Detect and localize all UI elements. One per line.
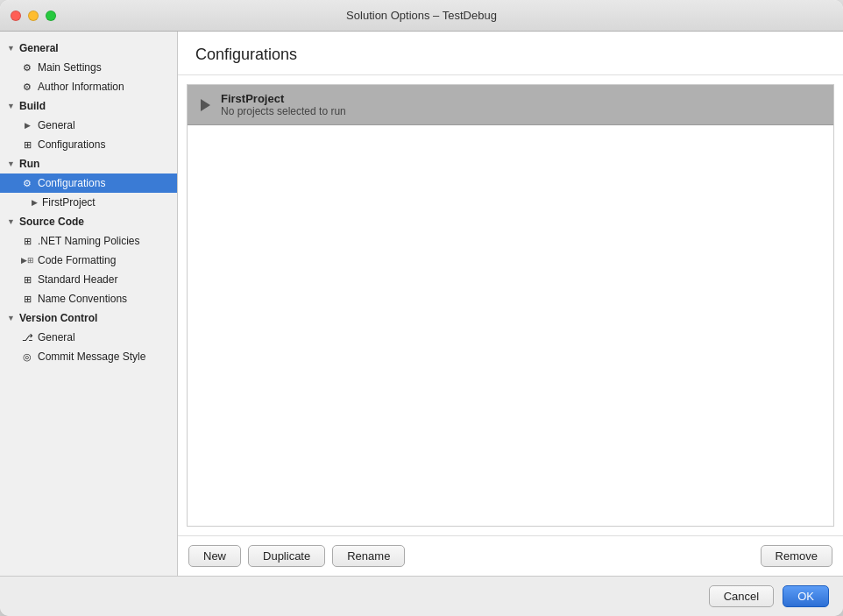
remove-button[interactable]: Remove: [761, 545, 832, 567]
sidebar-item-code-formatting-label: Code Formatting: [38, 254, 116, 266]
chevron-down-icon: ▼: [7, 159, 16, 168]
title-bar: Solution Options – TestDebug: [0, 0, 843, 32]
sidebar-item-build-general[interactable]: ▶ General: [0, 116, 177, 135]
ok-button[interactable]: OK: [783, 585, 829, 607]
sidebar-item-code-formatting[interactable]: ▶⊞ Code Formatting: [0, 251, 177, 270]
sidebar-section-run-label: Run: [19, 158, 39, 170]
grid-icon: [21, 273, 33, 286]
chevron-down-icon: ▼: [7, 102, 16, 110]
chevron-down-icon: ▼: [7, 44, 16, 53]
maximize-button[interactable]: [46, 11, 56, 21]
footer-buttons-right: Remove: [761, 545, 832, 567]
dialog-footer: Cancel OK: [0, 576, 843, 616]
window: Solution Options – TestDebug ▼ General M…: [0, 0, 843, 616]
sidebar-item-author-information-label: Author Information: [38, 81, 124, 93]
sidebar-item-build-configurations[interactable]: Configurations: [0, 135, 177, 154]
sidebar-item-run-configurations[interactable]: Configurations: [0, 173, 177, 193]
config-item-name: FirstProject: [221, 92, 346, 105]
main-body: FirstProject No projects selected to run: [178, 75, 843, 535]
branch-icon: [21, 331, 33, 343]
main-content: Configurations FirstProject No projects …: [178, 32, 843, 576]
sidebar-item-main-settings-label: Main Settings: [38, 61, 102, 74]
rename-button[interactable]: Rename: [332, 545, 405, 567]
duplicate-button[interactable]: Duplicate: [248, 545, 325, 567]
chevron-down-icon: ▼: [7, 217, 16, 226]
sidebar-section-run[interactable]: ▼ Run: [0, 154, 177, 173]
close-button[interactable]: [11, 11, 21, 21]
config-item-text: FirstProject No projects selected to run: [221, 92, 346, 117]
footer-buttons-left: New Duplicate Rename: [188, 545, 405, 567]
config-item-description: No projects selected to run: [221, 105, 346, 117]
sidebar-item-vc-general-label: General: [38, 331, 75, 343]
main-footer: New Duplicate Rename Remove: [178, 535, 843, 576]
grid-icon: [21, 235, 33, 247]
arrow-grid-icon: ▶⊞: [21, 254, 33, 266]
sidebar-section-general[interactable]: ▼ General: [0, 39, 177, 58]
cancel-button[interactable]: Cancel: [709, 585, 774, 607]
minimize-button[interactable]: [28, 11, 39, 21]
sidebar-item-commit-message-style-label: Commit Message Style: [38, 350, 145, 363]
window-title: Solution Options – TestDebug: [346, 9, 497, 22]
main-title: Configurations: [178, 32, 843, 75]
chevron-down-icon: ▼: [7, 314, 16, 322]
sidebar-item-naming-policies-label: .NET Naming Policies: [38, 235, 139, 247]
sidebar-section-build[interactable]: ▼ Build: [0, 96, 177, 116]
sidebar-item-build-configurations-label: Configurations: [38, 138, 105, 151]
sidebar-section-build-label: Build: [19, 100, 46, 112]
traffic-lights: [11, 11, 56, 21]
sidebar-item-run-firstproject-label: FirstProject: [42, 196, 96, 209]
config-list: FirstProject No projects selected to run: [187, 84, 834, 527]
sidebar: ▼ General Main Settings Author Informati…: [0, 32, 178, 576]
sidebar-item-commit-message-style[interactable]: Commit Message Style: [0, 347, 177, 366]
play-icon: [198, 98, 212, 112]
sidebar-item-standard-header[interactable]: Standard Header: [0, 270, 177, 289]
new-button[interactable]: New: [188, 545, 241, 567]
sidebar-item-name-conventions[interactable]: Name Conventions: [0, 289, 177, 308]
gear-icon: [21, 177, 33, 189]
circle-check-icon: [21, 350, 33, 363]
grid-icon: [21, 293, 33, 305]
arrow-icon: ▶: [21, 119, 33, 131]
play-triangle-icon: [201, 99, 210, 111]
gear-icon: [21, 61, 33, 74]
grid-icon: [21, 138, 33, 151]
content-area: ▼ General Main Settings Author Informati…: [0, 32, 843, 576]
sidebar-item-author-information[interactable]: Author Information: [0, 77, 177, 96]
sidebar-item-main-settings[interactable]: Main Settings: [0, 58, 177, 77]
config-item-firstproject[interactable]: FirstProject No projects selected to run: [188, 85, 833, 125]
sidebar-item-run-firstproject[interactable]: ▶ FirstProject: [0, 193, 177, 212]
sidebar-section-source-code-label: Source Code: [19, 216, 84, 228]
sidebar-item-build-general-label: General: [38, 119, 75, 131]
gear-icon: [21, 81, 33, 93]
sidebar-item-run-configurations-label: Configurations: [38, 177, 105, 189]
play-icon: ▶: [32, 198, 38, 207]
sidebar-section-version-control-label: Version Control: [19, 312, 97, 324]
sidebar-section-version-control[interactable]: ▼ Version Control: [0, 308, 177, 328]
sidebar-section-source-code[interactable]: ▼ Source Code: [0, 212, 177, 231]
sidebar-item-vc-general[interactable]: General: [0, 328, 177, 347]
sidebar-section-general-label: General: [19, 42, 59, 54]
sidebar-item-naming-policies[interactable]: .NET Naming Policies: [0, 231, 177, 251]
sidebar-item-name-conventions-label: Name Conventions: [38, 293, 127, 305]
sidebar-item-standard-header-label: Standard Header: [38, 273, 117, 286]
